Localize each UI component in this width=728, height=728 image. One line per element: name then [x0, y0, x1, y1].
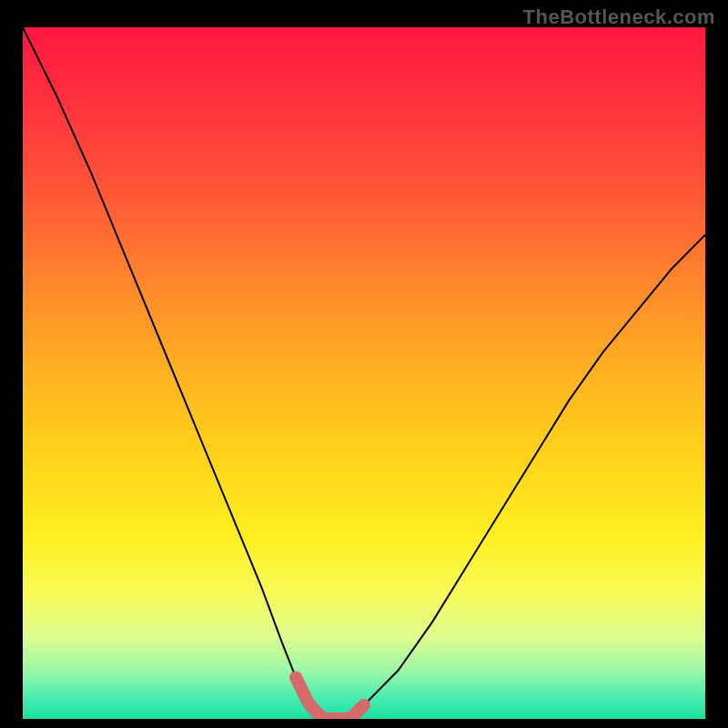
watermark-text: TheBottleneck.com [523, 5, 715, 29]
chart-svg [23, 27, 705, 719]
optimal-range-highlight [296, 677, 364, 719]
bottleneck-curve-line [23, 27, 705, 719]
chart-frame: TheBottleneck.com [0, 0, 728, 728]
chart-plot-area [23, 27, 705, 719]
